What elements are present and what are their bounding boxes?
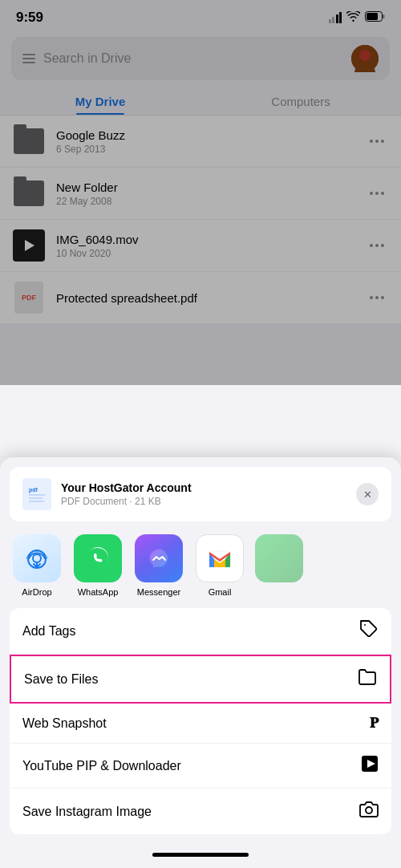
- messenger-icon: [135, 534, 183, 582]
- camera-icon: [359, 800, 379, 823]
- share-subtitle: PDF Document · 21 KB: [61, 496, 356, 507]
- share-sheet: pdf Your HostGator Account PDF Document …: [0, 457, 401, 868]
- svg-point-11: [33, 554, 41, 562]
- share-preview: pdf Your HostGator Account PDF Document …: [10, 467, 391, 521]
- action-web-snapshot[interactable]: Web Snapshot 𝐏: [10, 704, 391, 744]
- app-label-whatsapp: WhatsApp: [78, 587, 119, 597]
- action-youtube-label: YouTube PIP & Downloader: [22, 759, 181, 773]
- app-messenger[interactable]: Messenger: [133, 534, 184, 597]
- gmail-icon: [196, 534, 244, 582]
- app-partial: [255, 534, 303, 597]
- action-save-instagram[interactable]: Save Instagram Image: [10, 789, 391, 834]
- action-save-to-files-label: Save to Files: [24, 672, 98, 687]
- action-save-to-files[interactable]: Save to Files: [10, 655, 391, 704]
- app-airdrop[interactable]: AirDrop: [11, 534, 63, 597]
- action-web-snapshot-label: Web Snapshot: [22, 716, 107, 731]
- close-button[interactable]: ✕: [356, 483, 379, 505]
- dim-overlay: [0, 0, 401, 385]
- files-folder-icon: [358, 667, 377, 691]
- whatsapp-icon: [74, 534, 122, 582]
- airdrop-icon: [13, 534, 61, 582]
- svg-text:pdf: pdf: [29, 487, 38, 493]
- parking-icon: 𝐏: [370, 715, 379, 732]
- app-label-airdrop: AirDrop: [22, 587, 51, 597]
- action-add-tags[interactable]: Add Tags: [10, 608, 391, 655]
- action-add-tags-label: Add Tags: [22, 624, 75, 639]
- play-icon: [361, 755, 379, 777]
- app-gmail[interactable]: Gmail: [194, 534, 245, 597]
- app-label-messenger: Messenger: [137, 587, 180, 597]
- home-indicator: [0, 841, 401, 868]
- tag-icon: [359, 619, 379, 643]
- apps-row: AirDrop WhatsApp: [0, 521, 401, 603]
- share-preview-pdf-icon: pdf: [22, 478, 51, 510]
- home-bar: [152, 853, 249, 857]
- svg-rect-6: [26, 481, 47, 507]
- action-youtube-pip[interactable]: YouTube PIP & Downloader: [10, 744, 391, 789]
- app-whatsapp[interactable]: WhatsApp: [72, 534, 124, 597]
- action-list: Add Tags Save to Files Web Snapshot 𝐏: [10, 608, 391, 834]
- action-instagram-label: Save Instagram Image: [22, 805, 152, 819]
- app-label-gmail: Gmail: [209, 587, 232, 597]
- svg-point-19: [366, 807, 372, 813]
- share-title: Your HostGator Account: [61, 481, 356, 494]
